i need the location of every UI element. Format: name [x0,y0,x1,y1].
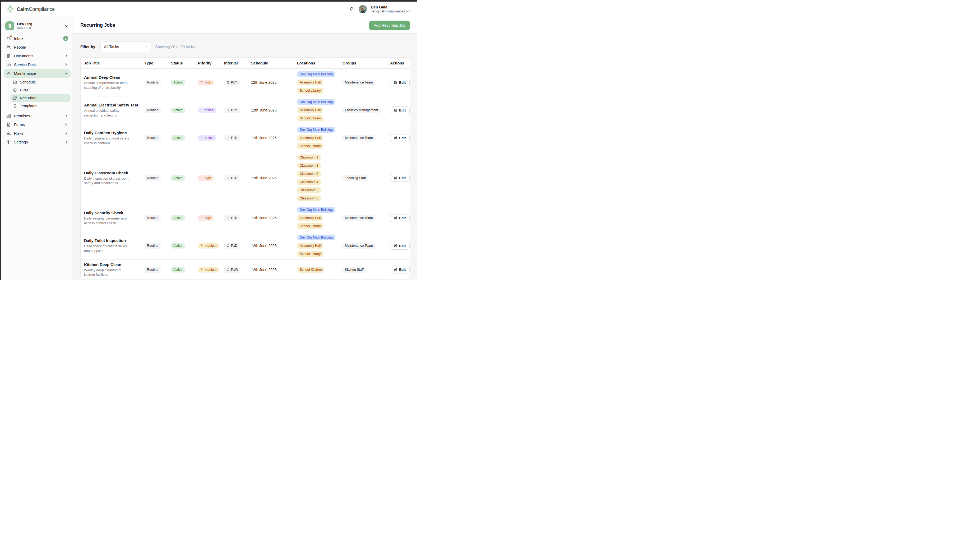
type-badge: Routine [145,80,161,85]
sidebar-item-risks[interactable]: Risks [4,129,71,138]
chevron-down-icon [144,45,148,48]
status-cell: Active [168,243,195,248]
priority-badge: medium [198,243,219,248]
interval-badge: P1D [224,135,240,140]
sidebar-item-maintenance[interactable]: Maintenance [4,69,71,78]
groups-cell: Maintenance Team [340,215,387,220]
add-recurring-job-button[interactable]: Add Recurring Job [369,21,410,30]
sidebar-subitem-label: Recurring [20,96,37,100]
table-body: Annual Deep Clean Annual comprehensive d… [81,69,410,280]
job-title-cell: Daily Canteen Hygiene Daily hygiene and … [81,130,142,145]
sidebar-subitem-label: PPM [20,88,28,92]
sidebar-subitem-ppm[interactable]: PPM [10,86,71,94]
edit-button[interactable]: Edit [390,134,410,142]
job-title: Annual Electrical Safety Test [84,103,139,107]
job-title: Kitchen Deep Clean [84,262,139,267]
sidebar: Dev Org Ben Trust Inbox1PeopleDocumentsS… [1,17,73,280]
clock-icon [226,244,230,247]
edit-pencil-icon [394,244,397,248]
sidebar-item-label: Inbox [14,37,60,41]
sidebar-item-people[interactable]: People [4,43,71,51]
flag-icon [200,268,203,271]
priority-cell: high [195,80,221,85]
org-building-icon [5,21,14,31]
clock-icon [226,109,230,112]
clock-icon [226,136,230,140]
sidebar-item-inbox[interactable]: Inbox1 [4,34,71,43]
user-avatar[interactable] [358,5,367,13]
status-cell: Active [168,175,195,181]
schedule-cell: 12th June 2025 [249,267,294,272]
chevron-down-icon [65,24,69,28]
table-row: Kitchen Deep Clean Weekly deep cleaning … [81,259,410,280]
schedule-cell: 12th June 2025 [249,216,294,220]
group-badge: Maintenance Team [342,80,375,85]
flag-icon [200,177,203,180]
sidebar-subitem-recurring[interactable]: Recurring [10,94,71,102]
table-header-row: Job TitleTypeStatusPriorityIntervalSched… [81,58,410,69]
locations-cell: Dev Org Main BuildingAssembly HallSchool… [294,71,340,93]
edit-button[interactable]: Edit [390,79,410,86]
forms-icon [6,122,11,127]
location-badge: Dev Org Main Building [297,71,336,77]
edit-button[interactable]: Edit [390,174,410,182]
priority-cell: critical [195,108,221,113]
priority-badge: high [198,80,213,85]
edit-button[interactable]: Edit [390,214,410,222]
sidebar-item-settings[interactable]: Settings [4,138,71,146]
chevron-right-icon [64,131,68,135]
sidebar-subnav: SchedulePPMRecurringTemplates [8,78,71,110]
schedule-cell: 12th June 2025 [249,243,294,248]
job-title-cell: Daily Classroom Check Daily inspection o… [81,171,142,185]
table-row: Annual Deep Clean Annual comprehensive d… [81,69,410,96]
sidebar-subitem-templates[interactable]: Templates [10,102,71,110]
status-badge: Active [171,215,185,220]
window-top-edge [0,0,417,2]
priority-cell: medium [195,267,221,272]
edit-button[interactable]: Edit [390,242,410,249]
groups-cell: Maintenance Team [340,243,387,248]
location-badge: Classroom 2 [297,163,321,169]
status-cell: Active [168,135,195,140]
interval-badge: P1D [224,175,240,181]
sidebar-item-documents[interactable]: Documents [4,51,71,60]
sidebar-item-service-desk[interactable]: Service Desk [4,60,71,69]
notifications-bell-icon[interactable] [349,6,355,12]
location-badge: Dev Org Main Building [297,207,336,212]
sidebar-subitem-schedule[interactable]: Schedule [10,78,71,86]
edit-pencil-icon [394,80,397,84]
brand-name: CalmCompliance [17,6,55,12]
brand-logo[interactable]: CalmCompliance [6,5,55,13]
edit-button[interactable]: Edit [390,266,410,274]
topbar-right: Ben Gale ben@calmcompliance.com [349,5,410,13]
job-description: Daily hygiene and food safety check in c… [84,136,132,145]
column-header-groups: Groups [340,61,387,65]
location-badges: Dev Org Main BuildingAssembly HallSchool… [297,235,337,257]
schedule-cell: 12th June 2025 [249,108,294,112]
priority-cell: critical [195,135,221,140]
recurring-icon [13,96,17,100]
interval-badge: P1Y [224,108,240,113]
status-badge: Active [171,267,185,272]
task-filter-select[interactable]: All Tasks [100,42,151,52]
clock-icon [226,81,230,84]
job-description: Annual comprehensive deep cleaning of en… [84,80,132,90]
location-badges: Dev Org Main BuildingAssembly HallSchool… [297,127,337,149]
sidebar-item-forms[interactable]: Forms [4,120,71,129]
job-description: Annual electrical safety inspection and … [84,108,132,117]
sidebar-item-premises[interactable]: Premises [4,111,71,120]
type-cell: Routine [142,243,168,248]
org-switcher[interactable]: Dev Org Ben Trust [4,20,71,34]
column-header-job-title: Job Title [81,61,142,65]
chevron-down-icon [64,71,68,75]
location-badge: School Library [297,88,323,93]
job-title-cell: Daily Security Check Daily security peri… [81,211,142,225]
column-header-priority: Priority [195,61,221,65]
group-badge: Teaching Staff [342,175,368,181]
flag-icon [200,244,203,247]
table-row: Daily Classroom Check Daily inspection o… [81,151,410,204]
status-badge: Active [171,108,185,113]
edit-pencil-icon [394,216,397,220]
org-subtitle: Ben Trust [17,26,62,31]
edit-button[interactable]: Edit [390,106,410,114]
